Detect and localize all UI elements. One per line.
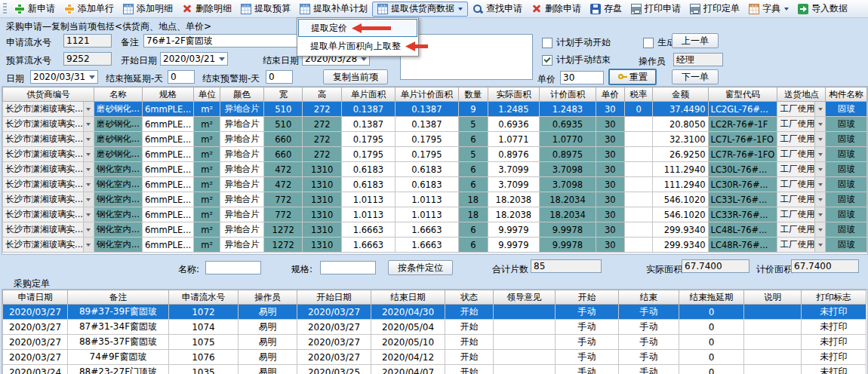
detail-cell[interactable]: 0.8975 <box>539 147 596 162</box>
orders-cell[interactable] <box>494 350 556 365</box>
detail-cell[interactable]: 111.2940 <box>653 162 708 177</box>
detail-cell[interactable]: 异地合片 <box>220 222 264 238</box>
detail-cell[interactable]: 30 <box>596 117 624 132</box>
detail-column-header[interactable]: 单片计价面积 <box>396 87 459 102</box>
detail-column-header[interactable]: 宽 <box>264 87 303 102</box>
detail-cell[interactable]: 6mmPLE... <box>142 132 193 147</box>
detail-cell[interactable]: 异地合片 <box>220 132 264 147</box>
orders-column-header[interactable]: 申请日期 <box>3 290 68 305</box>
detail-cell-combo[interactable]: 工厂使用 <box>777 177 826 192</box>
detail-cell[interactable]: 9.9978 <box>539 238 596 253</box>
detail-cell[interactable]: 1.0770 <box>539 132 596 147</box>
toolbar-button-import-data[interactable]: 导入数据 <box>793 2 852 17</box>
orders-cell[interactable]: 未打印 <box>802 335 866 350</box>
chevron-down-icon[interactable] <box>814 162 825 176</box>
delay-input[interactable] <box>168 70 195 84</box>
toolbar-button-extract-supplement-plan[interactable]: 提取补单计划 <box>295 2 372 17</box>
orders-cell[interactable]: 2020/03/27 <box>3 305 68 320</box>
detail-cell[interactable]: 6mmPLE... <box>142 207 193 222</box>
detail-cell[interactable]: 磨砂钢化... <box>94 147 142 162</box>
detail-cell[interactable]: 5 <box>458 147 488 162</box>
detail-column-header[interactable]: 送货地点 <box>777 87 826 102</box>
detail-cell[interactable]: m² <box>194 177 220 192</box>
orders-column-header[interactable]: 结束日期 <box>371 290 445 305</box>
detail-cell[interactable]: 0.1795 <box>396 132 459 147</box>
detail-cell[interactable]: 钢化室内... <box>94 162 142 177</box>
detail-cell[interactable]: 异地合片 <box>220 192 264 207</box>
detail-cell[interactable]: LC48L-76#... <box>708 222 777 238</box>
detail-cell[interactable]: 0.1387 <box>341 102 395 117</box>
detail-column-header[interactable]: 构件名称 <box>826 87 867 102</box>
orders-cell[interactable] <box>494 320 556 335</box>
detail-cell[interactable]: 固玻 <box>826 162 867 177</box>
detail-cell[interactable]: 30 <box>596 102 624 117</box>
detail-cell[interactable]: 0.1387 <box>341 117 395 132</box>
detail-cell-combo[interactable]: 长沙市潇湘玻璃实... <box>3 238 94 253</box>
detail-cell[interactable]: 1.2483 <box>539 102 596 117</box>
detail-cell[interactable]: 固玻 <box>826 192 867 207</box>
detail-cell[interactable]: 1.6663 <box>396 222 459 238</box>
detail-cell[interactable] <box>624 222 653 238</box>
orders-cell[interactable]: 易明 <box>239 335 297 350</box>
detail-cell[interactable]: 6mmPLE... <box>142 102 193 117</box>
detail-column-header[interactable]: 供货商编号 <box>3 87 94 102</box>
detail-cell[interactable]: m² <box>194 222 220 238</box>
detail-cell[interactable]: 30 <box>596 147 624 162</box>
detail-cell[interactable]: 0.8976 <box>488 147 539 162</box>
chevron-down-icon[interactable] <box>83 162 94 176</box>
locate-spec-input[interactable] <box>320 261 376 274</box>
orders-cell[interactable]: 2020/03/27 <box>3 320 68 335</box>
orders-column-header[interactable]: 结束拖延期 <box>679 290 744 305</box>
detail-cell[interactable]: 5 <box>458 117 488 132</box>
detail-cell-combo[interactable]: 长沙市潇湘玻璃实... <box>3 147 94 162</box>
detail-cell[interactable] <box>624 238 653 253</box>
detail-cell[interactable]: m² <box>194 207 220 222</box>
detail-table-row[interactable]: 长沙市潇湘玻璃实...钢化室内...6mmPLE...m²异地合片4721310… <box>3 177 867 192</box>
detail-table-row[interactable]: 长沙市潇湘玻璃实...钢化室内...6mmPLE...m²异地合片1272131… <box>3 222 867 238</box>
orders-cell[interactable]: 未打印 <box>802 350 866 365</box>
detail-cell[interactable]: 6mmPLE... <box>142 177 193 192</box>
detail-cell[interactable]: 0.6183 <box>396 177 459 192</box>
detail-cell[interactable]: 异地合片 <box>220 162 264 177</box>
orders-cell[interactable]: 0 <box>679 350 744 365</box>
orders-column-header[interactable]: 开始 <box>556 290 619 305</box>
detail-cell[interactable]: 9.9979 <box>488 238 539 253</box>
orders-cell[interactable]: 易明 <box>239 350 297 365</box>
detail-cell[interactable] <box>624 132 653 147</box>
orders-cell[interactable]: 未打印 <box>802 305 866 320</box>
orders-cell[interactable]: 手动 <box>619 320 679 335</box>
detail-cell[interactable]: 固玻 <box>826 238 867 253</box>
chevron-down-icon[interactable] <box>814 207 825 222</box>
detail-cell-combo[interactable]: 工厂使用 <box>777 222 826 238</box>
detail-cell[interactable]: 固玻 <box>826 102 867 117</box>
orders-cell[interactable]: 2020/03/24 <box>3 365 68 374</box>
toolbar-button-search-request[interactable]: 查找申请 <box>468 2 527 17</box>
detail-cell[interactable]: LC7L-76#-1FO <box>708 132 777 147</box>
orders-cell[interactable]: 手动 <box>556 305 619 320</box>
chevron-down-icon[interactable] <box>814 177 825 192</box>
detail-cell[interactable]: LC2GL-76#... <box>708 102 777 117</box>
toolbar-button-new-request[interactable]: 新申请 <box>10 2 60 17</box>
detail-cell[interactable]: 1310 <box>303 162 341 177</box>
copy-current-button[interactable]: 复制当前项 <box>323 69 388 84</box>
detail-cell[interactable]: m² <box>194 102 220 117</box>
manual-start-checkbox[interactable]: 计划手动开始 <box>542 36 611 49</box>
detail-table-row[interactable]: 长沙市潇湘玻璃实...磨砂钢化...6mmPLE...m²异地合片5102720… <box>3 102 867 117</box>
detail-column-header[interactable]: 实际面积 <box>488 87 539 102</box>
detail-cell[interactable]: 546.1020 <box>653 192 708 207</box>
detail-cell[interactable]: 3.7098 <box>539 177 596 192</box>
detail-cell[interactable]: 3.7099 <box>488 177 539 192</box>
detail-cell[interactable] <box>624 177 653 192</box>
orders-table-row[interactable]: 2020/03/2788#35-37F窗固玻1075易明2020/03/2720… <box>3 335 866 350</box>
orders-cell[interactable] <box>744 335 802 350</box>
detail-table-row[interactable]: 长沙市潇湘玻璃实...钢化室内...6mmPLE...m²异地合片7721310… <box>3 207 867 222</box>
detail-cell[interactable]: m² <box>194 117 220 132</box>
orders-column-header[interactable]: 申请流水号 <box>169 290 239 305</box>
detail-cell[interactable]: 1310 <box>303 177 341 192</box>
detail-cell[interactable]: LC33R-76#... <box>708 207 777 222</box>
detail-cell[interactable]: 6 <box>458 162 488 177</box>
orders-cell[interactable]: 2020/03/25 <box>297 365 371 374</box>
detail-cell[interactable]: 异地合片 <box>220 147 264 162</box>
detail-cell[interactable]: 18 <box>458 192 488 207</box>
detail-cell[interactable]: 18.2034 <box>539 192 596 207</box>
